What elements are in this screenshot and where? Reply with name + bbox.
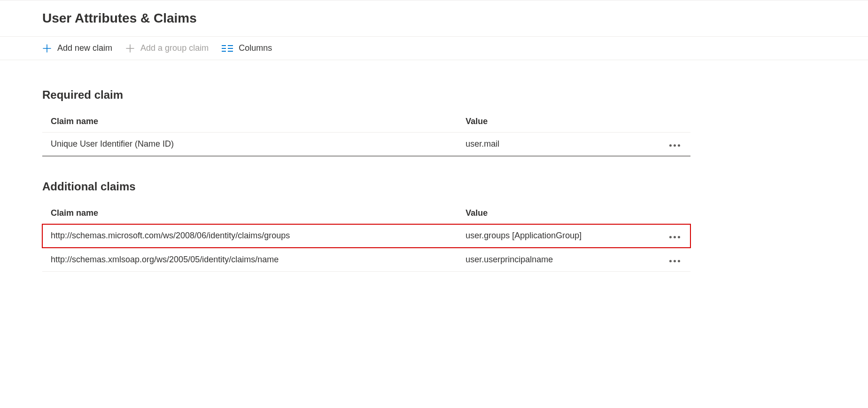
more-icon: [669, 144, 672, 147]
claim-name-cell: Unique User Identifier (Name ID): [42, 133, 457, 157]
add-group-claim-button: Add a group claim: [125, 43, 209, 53]
column-header-value: Value: [457, 111, 638, 133]
column-header-value: Value: [457, 203, 638, 224]
more-actions-button[interactable]: [667, 258, 682, 264]
header: User Attributes & Claims: [0, 0, 868, 37]
column-header-actions: [639, 111, 690, 133]
additional-claims-heading: Additional claims: [42, 180, 826, 193]
claim-name-cell: http://schemas.microsoft.com/ws/2008/06/…: [42, 224, 457, 248]
plus-icon: [42, 44, 52, 53]
claim-value-cell: user.mail: [457, 133, 638, 157]
add-group-claim-label: Add a group claim: [140, 43, 209, 53]
claim-value-cell: user.userprincipalname: [457, 248, 638, 272]
more-actions-button[interactable]: [667, 142, 682, 149]
page-root: User Attributes & Claims Add new claim A…: [0, 0, 868, 272]
more-icon: [669, 260, 672, 262]
column-header-name: Claim name: [42, 203, 457, 224]
claim-value-cell: user.groups [ApplicationGroup]: [457, 224, 638, 248]
table-header-row: Claim name Value: [42, 203, 690, 224]
table-row[interactable]: Unique User Identifier (Name ID) user.ma…: [42, 133, 690, 157]
required-claims-table: Claim name Value Unique User Identifier …: [42, 111, 690, 157]
claim-name-cell: http://schemas.xmlsoap.org/ws/2005/05/id…: [42, 248, 457, 272]
columns-label: Columns: [239, 43, 272, 53]
plus-icon: [125, 44, 135, 53]
content: Required claim Claim name Value Unique U…: [0, 60, 868, 272]
page-title: User Attributes & Claims: [42, 11, 868, 26]
more-actions-button[interactable]: [667, 234, 682, 240]
more-icon: [669, 236, 672, 238]
toolbar: Add new claim Add a group claim Columns: [0, 37, 868, 60]
required-claim-heading: Required claim: [42, 88, 826, 102]
additional-claims-table: Claim name Value http://schemas.microsof…: [42, 203, 690, 272]
table-row[interactable]: http://schemas.microsoft.com/ws/2008/06/…: [42, 224, 690, 248]
table-header-row: Claim name Value: [42, 111, 690, 133]
add-new-claim-label: Add new claim: [57, 43, 112, 53]
column-header-actions: [639, 203, 690, 224]
table-row[interactable]: http://schemas.xmlsoap.org/ws/2005/05/id…: [42, 248, 690, 272]
columns-button[interactable]: Columns: [222, 43, 272, 53]
columns-icon: [222, 44, 233, 53]
column-header-name: Claim name: [42, 111, 457, 133]
add-new-claim-button[interactable]: Add new claim: [42, 43, 112, 53]
